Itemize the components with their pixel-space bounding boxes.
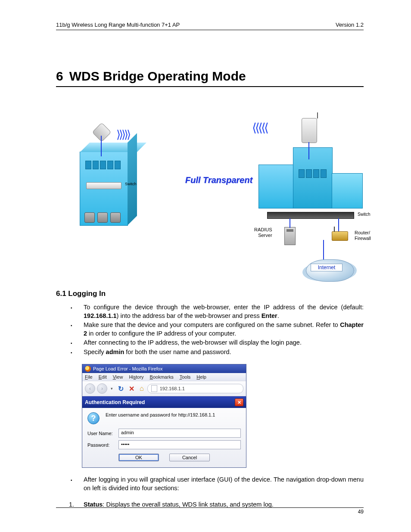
internet-label: Internet [311,264,342,271]
ok-button[interactable]: OK [118,454,159,461]
close-icon[interactable]: ✕ [235,398,243,406]
right-cable-icon [308,142,309,159]
menu-edit[interactable]: Edit [99,374,107,380]
left-switch-label: Switch [125,182,137,186]
bullet-item: After connecting to the IP address, the … [71,339,364,347]
address-value: 192.168.1.1 [160,386,185,391]
left-switch-icon [86,182,121,189]
bullet-item: Make sure that the device and your compu… [71,321,364,338]
running-header: 11b/g Wireless Long Range Multi-function… [56,22,364,30]
left-devices-icon [84,212,121,223]
menu-bar: File Edit View History Bookmarks Tools H… [82,373,246,381]
page-number: 49 [358,509,364,515]
bullet-list: To configure the device through the web-… [56,303,364,356]
chapter-title: 6WDS Bridge Operating Mode [56,69,364,87]
menu-view[interactable]: View [113,374,123,380]
radius-server-label: RADIUSServer [254,227,272,238]
header-left: 11b/g Wireless Long Range Multi-function… [56,22,180,28]
history-dropdown[interactable]: ▾ [109,386,115,391]
window-titlebar: Page Load Error - Mozilla Firefox [82,364,246,373]
address-bar[interactable]: 192.168.1.1 [147,384,243,393]
menu-bookmarks[interactable]: Bookmarks [150,374,174,380]
right-switch-label: Switch [358,212,370,217]
radius-server-icon [284,227,296,245]
question-icon: ? [87,412,100,424]
back-button[interactable]: ‹ [85,383,95,394]
menu-tools[interactable]: Tools [180,374,191,380]
chapter-number: 6 [56,69,63,84]
menu-file[interactable]: File [85,374,93,380]
bullet-item: To configure the device through the web-… [71,303,364,320]
left-building [80,152,128,226]
router-firewall-label: Router/Firewall [355,230,371,241]
page-icon [151,385,157,392]
menu-history[interactable]: History [129,374,143,380]
auth-dialog: Authentication Required ✕ ? Enter userna… [82,396,246,467]
section-heading: 6.1 Logging In [56,289,364,298]
header-right: Version 1.2 [336,22,364,28]
stop-icon[interactable]: ✕ [127,385,136,393]
right-switch-icon [267,212,354,219]
username-label: User Name: [87,431,118,436]
left-ap-icon [92,122,111,142]
wds-bridge-diagram: ⟩⟩⟩⟩⟩ ⟨⟨⟨⟨⟨ Switch Full Transparent Swit… [56,113,364,277]
firefox-icon [85,366,91,372]
password-label: Password: [87,442,118,448]
bullet-item: After logging in you will graphical user… [71,476,364,492]
password-field[interactable]: ••••• [118,440,241,449]
page-footer: 49 [56,507,364,515]
forward-button[interactable]: › [97,383,107,394]
bullet-list-2: After logging in you will graphical user… [56,476,364,492]
cancel-button[interactable]: Cancel [169,454,210,461]
bullet-item: Specify admin for both the user name and… [71,348,364,357]
reload-icon[interactable]: ↻ [116,385,125,393]
menu-help[interactable]: Help [196,374,206,380]
right-ap-icon [302,118,317,143]
auth-message: Enter username and password for http://1… [106,412,241,417]
username-field[interactable]: admin [118,429,241,438]
toolbar: ‹ › ▾ ↻ ✕ ⌂ 192.168.1.1 [82,381,246,396]
left-cable-icon [101,136,102,156]
chapter-name: WDS Bridge Operating Mode [69,69,246,83]
home-icon[interactable]: ⌂ [138,385,146,392]
firefox-window: Page Load Error - Mozilla Firefox File E… [82,364,246,468]
auth-title: Authentication Required [85,399,145,405]
radio-waves-out-icon: ⟩⟩⟩⟩⟩ [116,128,129,141]
router-firewall-icon [332,231,348,241]
full-transparent-label: Full Transparent [185,175,252,185]
radio-waves-in-icon: ⟨⟨⟨⟨⟨ [252,121,267,135]
window-title: Page Load Error - Mozilla Firefox [93,366,162,371]
